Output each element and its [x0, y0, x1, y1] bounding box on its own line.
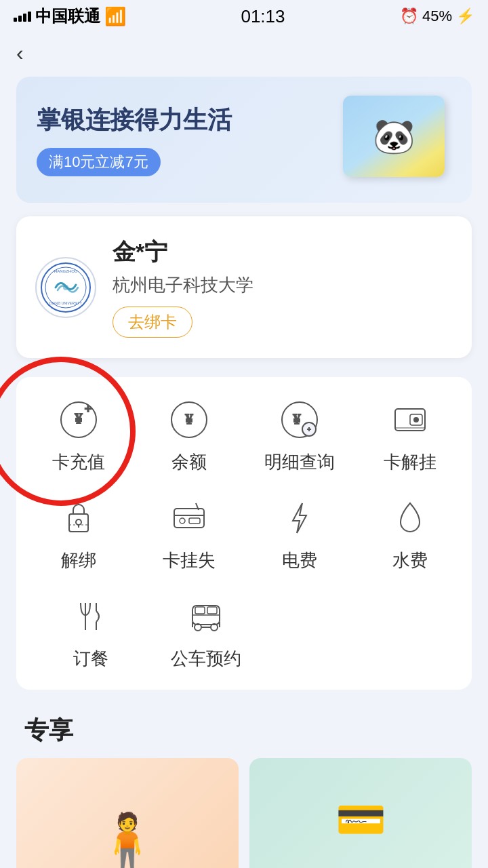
- lost-label: 卡挂失: [163, 549, 216, 572]
- menu-item-electricity[interactable]: 电费: [252, 494, 347, 572]
- unbind-label: 解绑: [61, 549, 96, 572]
- status-bar: 中国联通 📶 01:13 ⏰ 45% ⚡: [0, 0, 488, 30]
- recharge-label: 卡充值: [52, 450, 105, 474]
- menu-grid: ¥ + 卡充值 ¥ 余额: [16, 377, 472, 690]
- banner-text-area: 掌银连接得力生活 满10元立减7元: [37, 104, 232, 176]
- svg-text:DIANZI UNIVERSITY: DIANZI UNIVERSITY: [49, 301, 82, 305]
- school-logo: HANGZHOU DIANZI UNIVERSITY: [35, 257, 96, 318]
- menu-row-3: 订餐 公车预约: [23, 593, 465, 671]
- svg-rect-34: [195, 607, 205, 614]
- unsuspend-label: 卡解挂: [384, 450, 436, 474]
- banner-badge: 满10元立减7元: [37, 148, 161, 176]
- banner-title: 掌银连接得力生活: [37, 104, 232, 137]
- svg-text:¥: ¥: [293, 410, 300, 427]
- banner-image: 🐼: [343, 96, 451, 184]
- water-label: 水费: [392, 549, 428, 572]
- promo-card-1[interactable]: 🧍: [16, 758, 239, 868]
- wifi-icon: 📶: [104, 6, 126, 27]
- detail-label: 明细查询: [264, 450, 335, 474]
- promo-card-2[interactable]: 💳: [249, 758, 472, 868]
- recharge-icon: ¥ +: [55, 396, 102, 443]
- alarm-icon: ⏰: [400, 7, 418, 25]
- back-button[interactable]: ‹: [0, 30, 488, 77]
- svg-rect-25: [189, 518, 200, 524]
- electricity-label: 电费: [282, 549, 317, 572]
- battery-icon: ⚡: [456, 7, 474, 25]
- menu-wrapper: ¥ + 卡充值 ¥ 余额: [0, 377, 488, 690]
- panda-icon: 🐼: [373, 117, 415, 156]
- menu-item-water[interactable]: 水费: [363, 494, 458, 572]
- dining-label: 订餐: [73, 647, 108, 671]
- menu-item-unbind[interactable]: 解绑: [31, 494, 126, 572]
- carrier-name: 中国联通: [35, 5, 100, 27]
- user-name: 金*宁: [113, 237, 453, 268]
- battery-area: ⏰ 45% ⚡: [400, 7, 474, 25]
- menu-item-unsuspend[interactable]: 卡解挂: [363, 396, 458, 474]
- unsuspend-icon: [386, 396, 434, 443]
- detail-icon: ¥: [276, 396, 323, 443]
- user-school: 杭州电子科技大学: [113, 273, 453, 297]
- menu-item-detail[interactable]: ¥ 明细查询: [252, 396, 347, 474]
- bank-card-image: 💳: [249, 758, 472, 868]
- bus-label: 公车预约: [171, 647, 241, 671]
- battery-percent: 45%: [422, 7, 452, 25]
- menu-item-dining[interactable]: 订餐: [43, 593, 138, 671]
- water-icon: [386, 494, 434, 542]
- svg-point-26: [180, 518, 185, 524]
- user-card: HANGZHOU DIANZI UNIVERSITY 金*宁 杭州电子科技大学 …: [16, 216, 472, 358]
- svg-point-20: [76, 519, 81, 525]
- menu-row-2: 解绑 卡挂失: [23, 494, 465, 572]
- unbind-card-button[interactable]: 去绑卡: [113, 307, 192, 338]
- svg-marker-28: [293, 503, 306, 533]
- balance-label: 余额: [171, 450, 207, 474]
- back-arrow-icon: ‹: [16, 41, 24, 66]
- menu-item-bus[interactable]: 公车预约: [159, 593, 253, 671]
- lost-icon: [165, 494, 213, 542]
- promo-cards-row: 🧍 💳: [0, 758, 488, 868]
- menu-row-1: ¥ + 卡充值 ¥ 余额: [23, 396, 465, 474]
- menu-item-lost[interactable]: 卡挂失: [142, 494, 237, 572]
- jumping-figure-icon: 🧍: [94, 810, 161, 868]
- svg-rect-19: [69, 514, 88, 532]
- school-logo-svg: HANGZHOU DIANZI UNIVERSITY: [39, 260, 93, 315]
- carrier-signal: 中国联通 📶: [14, 5, 126, 27]
- clock: 01:13: [241, 6, 285, 27]
- balance-icon: ¥: [165, 396, 213, 443]
- svg-text:+: +: [84, 402, 92, 416]
- svg-rect-35: [207, 607, 217, 614]
- menu-item-recharge[interactable]: ¥ + 卡充值: [31, 396, 126, 474]
- user-info: 金*宁 杭州电子科技大学 去绑卡: [113, 237, 453, 338]
- unbind-icon: [55, 494, 102, 542]
- svg-point-4: [63, 285, 68, 290]
- svg-text:HANGZHOU: HANGZHOU: [54, 269, 77, 273]
- signal-icon: [14, 12, 31, 22]
- panda-book-decoration: 🐼: [343, 96, 445, 177]
- exclusive-section-label: 专享: [24, 716, 73, 744]
- electricity-icon: [276, 494, 323, 542]
- svg-text:¥: ¥: [185, 410, 192, 427]
- promo-banner: 掌银连接得力生活 满10元立减7元 🐼: [16, 77, 472, 203]
- menu-item-balance[interactable]: ¥ 余额: [142, 396, 237, 474]
- bus-icon: [182, 593, 230, 640]
- dining-icon: [67, 593, 115, 640]
- section-title: 专享: [0, 701, 488, 758]
- svg-text:¥: ¥: [75, 410, 82, 427]
- svg-point-17: [414, 418, 418, 422]
